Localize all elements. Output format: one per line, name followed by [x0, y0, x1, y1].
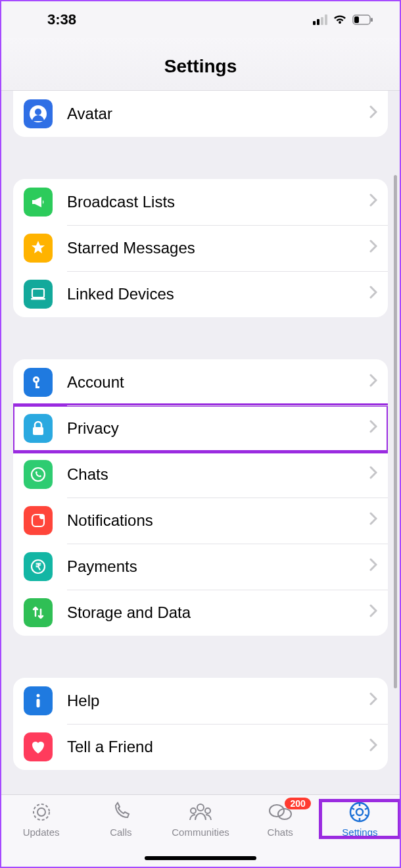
page-title: Settings [1, 56, 400, 77]
tab-label: Calls [110, 827, 131, 838]
communities-icon [187, 800, 214, 824]
settings-section: Broadcast Lists Starred Messages Linked … [13, 179, 388, 317]
row-label: Avatar [67, 105, 369, 123]
status-indicators [313, 14, 373, 25]
badge: 200 [285, 798, 310, 809]
chevron-right-icon [369, 105, 377, 122]
row-label: Notifications [67, 511, 369, 530]
row-notifications[interactable]: Notifications [13, 498, 388, 544]
row-broadcast[interactable]: Broadcast Lists [13, 179, 388, 225]
row-help[interactable]: Help [13, 678, 388, 724]
row-starred[interactable]: Starred Messages [13, 225, 388, 271]
status-bar: 3:38 [1, 1, 400, 38]
row-label: Storage and Data [67, 603, 369, 622]
chevron-right-icon [369, 604, 377, 621]
scrollbar[interactable] [394, 175, 397, 688]
svg-point-24 [270, 805, 284, 817]
svg-point-20 [37, 808, 45, 816]
chevron-right-icon [369, 558, 377, 575]
row-storage[interactable]: Storage and Data [13, 590, 388, 636]
settings-section: Avatar [13, 91, 388, 137]
updates-icon [30, 800, 53, 824]
arrows-icon [24, 598, 53, 627]
notification-icon [24, 506, 53, 535]
key-icon [24, 368, 53, 397]
svg-rect-6 [31, 298, 45, 300]
chevron-right-icon [369, 466, 377, 483]
svg-point-25 [278, 809, 291, 819]
battery-icon [352, 14, 373, 25]
chevron-right-icon [369, 193, 377, 211]
row-linked[interactable]: Linked Devices [13, 271, 388, 317]
megaphone-icon [24, 188, 53, 217]
settings-icon [348, 800, 371, 824]
svg-rect-11 [33, 427, 43, 435]
chevron-right-icon [369, 738, 377, 755]
tab-label: Communities [172, 827, 229, 838]
svg-point-22 [191, 808, 196, 813]
settings-header: Settings [1, 38, 400, 91]
svg-rect-1 [354, 16, 359, 23]
row-label: Account [67, 373, 369, 392]
row-account[interactable]: Account [13, 359, 388, 405]
row-label: Payments [67, 557, 369, 576]
settings-section: Help Tell a Friend [13, 678, 388, 770]
avatar-icon [24, 99, 53, 128]
wifi-icon [333, 14, 347, 25]
row-tell[interactable]: Tell a Friend [13, 724, 388, 770]
status-time: 3:38 [47, 11, 76, 28]
row-avatar[interactable]: Avatar [13, 91, 388, 137]
settings-section: Account Privacy Chats Notifications ₹ Pa… [13, 359, 388, 636]
svg-rect-18 [37, 699, 40, 707]
tab-label: Settings [342, 827, 377, 838]
calls-icon [110, 800, 132, 824]
row-label: Help [67, 692, 369, 710]
tab-bar: Updates Calls Communities Chats200 Setti… [1, 794, 400, 867]
svg-point-12 [32, 468, 45, 481]
tab-calls[interactable]: Calls [81, 800, 160, 838]
chevron-right-icon [369, 420, 377, 437]
row-payments[interactable]: ₹ Payments [13, 544, 388, 590]
chevron-right-icon [369, 240, 377, 257]
row-label: Starred Messages [67, 239, 369, 257]
svg-point-21 [197, 804, 204, 811]
svg-point-17 [37, 694, 40, 698]
svg-point-19 [34, 804, 49, 820]
svg-point-23 [205, 808, 210, 813]
row-label: Linked Devices [67, 285, 369, 303]
chevron-right-icon [369, 286, 377, 303]
svg-rect-10 [35, 386, 39, 388]
svg-rect-2 [371, 18, 373, 22]
chevron-right-icon [369, 374, 377, 391]
tab-settings-tab[interactable]: Settings [320, 800, 400, 838]
row-label: Chats [67, 465, 369, 484]
rupee-icon: ₹ [24, 552, 53, 581]
lock-icon [24, 414, 53, 443]
svg-text:₹: ₹ [35, 561, 41, 572]
svg-point-4 [35, 109, 41, 115]
laptop-icon [24, 280, 53, 309]
settings-scroll[interactable]: Avatar Broadcast Lists Starred Messages … [1, 91, 400, 794]
row-chats[interactable]: Chats [13, 451, 388, 498]
tab-label: Updates [23, 827, 60, 838]
row-privacy[interactable]: Privacy [13, 405, 388, 451]
home-indicator [145, 856, 256, 860]
tab-updates[interactable]: Updates [1, 800, 81, 838]
chevron-right-icon [369, 512, 377, 529]
svg-point-14 [39, 514, 45, 519]
row-label: Privacy [67, 419, 369, 438]
tab-communities[interactable]: Communities [160, 800, 240, 838]
info-icon [24, 686, 53, 715]
heart-icon [24, 732, 53, 761]
cellular-icon [313, 14, 327, 25]
svg-rect-5 [32, 289, 44, 297]
row-label: Tell a Friend [67, 738, 369, 756]
svg-point-8 [35, 378, 37, 381]
whatsapp-icon [24, 460, 53, 489]
svg-point-28 [356, 809, 363, 815]
tab-label: Chats [268, 827, 293, 838]
star-icon [24, 234, 53, 263]
chevron-right-icon [369, 692, 377, 709]
tab-chats-tab[interactable]: Chats200 [241, 800, 320, 838]
row-label: Broadcast Lists [67, 193, 369, 211]
